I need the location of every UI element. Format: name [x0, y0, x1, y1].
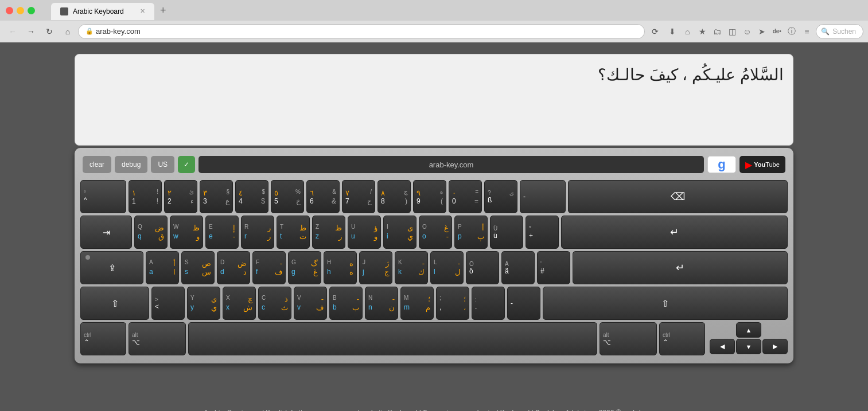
left-shift-key[interactable]: ⇧	[80, 287, 149, 320]
search-bar[interactable]: 🔍 Suchen	[816, 24, 863, 39]
key-comma[interactable]: ;؛ ,،	[436, 287, 469, 320]
key-b[interactable]: B- bب	[329, 287, 363, 320]
key-1[interactable]: ١! 1!	[129, 180, 162, 213]
key-y[interactable]: Yي yي	[187, 287, 220, 320]
key-n[interactable]: N- nن	[365, 287, 398, 320]
refresh-button[interactable]: ↻	[41, 24, 57, 40]
key-z[interactable]: Zظ zز	[312, 216, 345, 249]
left-alt-key[interactable]: alt ⌥	[129, 322, 186, 355]
google-button[interactable]: g	[707, 156, 736, 173]
key-hash[interactable]: ' #	[537, 251, 570, 284]
key-backtick[interactable]: ° ^	[80, 180, 126, 213]
download-icon[interactable]: ⬇	[665, 25, 679, 38]
key-slash[interactable]: -	[507, 287, 540, 320]
right-ctrl-key[interactable]: ctrl ⌃	[659, 322, 705, 355]
key-i[interactable]: Iى iي	[383, 216, 417, 249]
info-icon[interactable]: ⓘ	[785, 25, 799, 38]
key-7[interactable]: ٧/ 7ح	[342, 180, 375, 213]
key-m[interactable]: M؛ mم	[400, 287, 434, 320]
key-h[interactable]: Hه hه	[324, 251, 357, 284]
key-u-umlaut[interactable]: Ü ü	[490, 216, 523, 249]
backspace-key[interactable]: ⌫	[568, 180, 788, 213]
space-key[interactable]	[188, 322, 597, 355]
green-button[interactable]: ✓	[178, 156, 195, 173]
site-url-display: arab-key.com	[198, 156, 704, 173]
send-icon[interactable]: ➤	[755, 25, 769, 38]
caps-lock-key[interactable]: ⇪	[80, 251, 143, 284]
right-shift-key[interactable]: ⇧	[543, 287, 788, 320]
arrow-down-key[interactable]: ▼	[736, 339, 761, 354]
left-ctrl-key[interactable]: ctrl ⌃	[80, 322, 126, 355]
key-minus[interactable]: ?ﻯ ß	[484, 180, 517, 213]
key-a[interactable]: Aأ aا	[146, 251, 179, 284]
maximize-button[interactable]	[28, 7, 35, 14]
key-d[interactable]: Dض dد	[217, 251, 250, 284]
emoji-icon[interactable]: ☺	[740, 25, 754, 38]
new-tab-button[interactable]: +	[154, 1, 172, 20]
asdf-row: ⇪ Aأ aا Sص sس Dض dد F- fف	[80, 251, 788, 284]
key-x[interactable]: Xچ xش	[223, 287, 256, 320]
arrow-right-key[interactable]: ▶	[762, 339, 788, 354]
key-9[interactable]: ٩ة 9(	[413, 180, 446, 213]
key-angle[interactable]: > <	[151, 287, 185, 320]
key-period[interactable]: : .	[472, 287, 505, 320]
key-6[interactable]: ٦& 6&	[306, 180, 340, 213]
key-3[interactable]: ٣§ 3ع	[200, 180, 233, 213]
enter-key-2[interactable]: ↵	[573, 251, 788, 284]
key-u[interactable]: Uؤ uو	[348, 216, 381, 249]
key-r[interactable]: Rر rر	[241, 216, 274, 249]
key-t[interactable]: Tط tت	[277, 216, 310, 249]
arrow-up-key[interactable]: ▲	[736, 322, 761, 338]
key-p[interactable]: Pأ pپ	[454, 216, 488, 249]
briefcase-icon[interactable]: 🗂	[710, 25, 724, 38]
reload-stop-button[interactable]: ⟳	[647, 24, 663, 40]
tab-close-icon[interactable]: ✕	[140, 7, 145, 15]
key-5[interactable]: ٥% 5خ	[271, 180, 304, 213]
close-button[interactable]	[6, 7, 13, 14]
key-s[interactable]: Sص sس	[181, 251, 215, 284]
arrow-left-key[interactable]: ◀	[710, 339, 735, 354]
forward-button[interactable]: →	[23, 24, 39, 40]
page-content: السَّلامُ عليـكُم ، كيفَ حالـك؟ clear de…	[0, 42, 868, 404]
debug-button[interactable]: debug	[115, 156, 147, 173]
bookmark-icon[interactable]: ★	[695, 25, 709, 38]
menu-icon[interactable]: ≡	[800, 25, 813, 38]
key-c[interactable]: Cذ cث	[258, 287, 291, 320]
key-l[interactable]: L- lل	[430, 251, 464, 284]
home-icon[interactable]: ⌂	[680, 25, 694, 38]
us-button[interactable]: US	[151, 156, 174, 173]
tab-key[interactable]: ⇥	[80, 216, 132, 249]
back-button[interactable]: ←	[5, 24, 21, 40]
youtube-button[interactable]: ▶ YouTube	[739, 156, 785, 173]
key-equals[interactable]: -	[520, 180, 566, 213]
key-o[interactable]: Oغ o-	[419, 216, 452, 249]
key-q[interactable]: Qض qق	[134, 216, 168, 249]
key-o-umlaut[interactable]: Ö ö	[466, 251, 499, 284]
key-8[interactable]: ٨ج 8)	[377, 180, 411, 213]
toolbar-icons: ⬇ ⌂ ★ 🗂 ◫ ☺ ➤ de• ⓘ ≡	[665, 25, 813, 38]
text-area-container[interactable]: السَّلامُ عليـكُم ، كيفَ حالـك؟	[75, 54, 793, 146]
key-a-umlaut[interactable]: Ä ä	[501, 251, 535, 284]
key-f[interactable]: F- fف	[252, 251, 286, 284]
key-plus[interactable]: * +	[526, 216, 559, 249]
key-0[interactable]: ٠= 0=	[449, 180, 482, 213]
enter-key[interactable]: ↵	[561, 216, 788, 249]
key-2[interactable]: ٢ئ 2ء	[164, 180, 197, 213]
url-bar[interactable]: 🔒 arab-key.com	[78, 24, 645, 39]
right-alt-key[interactable]: alt ⌥	[600, 322, 657, 355]
browser-tab[interactable]: Arabic Keyboard ✕	[51, 3, 154, 20]
key-j[interactable]: Jژ jج	[359, 251, 392, 284]
lang-icon[interactable]: de•	[770, 25, 784, 38]
key-e[interactable]: Eإ e-	[205, 216, 239, 249]
number-row: ° ^ ١! 1! ٢ئ 2ء ٣§ 3ع ٤$ 4$	[80, 180, 788, 213]
pocket-icon[interactable]: ◫	[725, 25, 739, 38]
key-w[interactable]: Wظ wو	[170, 216, 203, 249]
key-g[interactable]: Gگ gغ	[288, 251, 321, 284]
home-button[interactable]: ⌂	[60, 24, 76, 40]
key-v[interactable]: V- vف	[294, 287, 327, 320]
key-k[interactable]: K- kك	[395, 251, 428, 284]
minimize-button[interactable]	[17, 7, 24, 14]
clear-button[interactable]: clear	[83, 156, 111, 173]
keyboard-toolbar: clear debug US ✓ arab-key.com g ▶ YouTub…	[80, 154, 788, 175]
key-4[interactable]: ٤$ 4$	[235, 180, 268, 213]
